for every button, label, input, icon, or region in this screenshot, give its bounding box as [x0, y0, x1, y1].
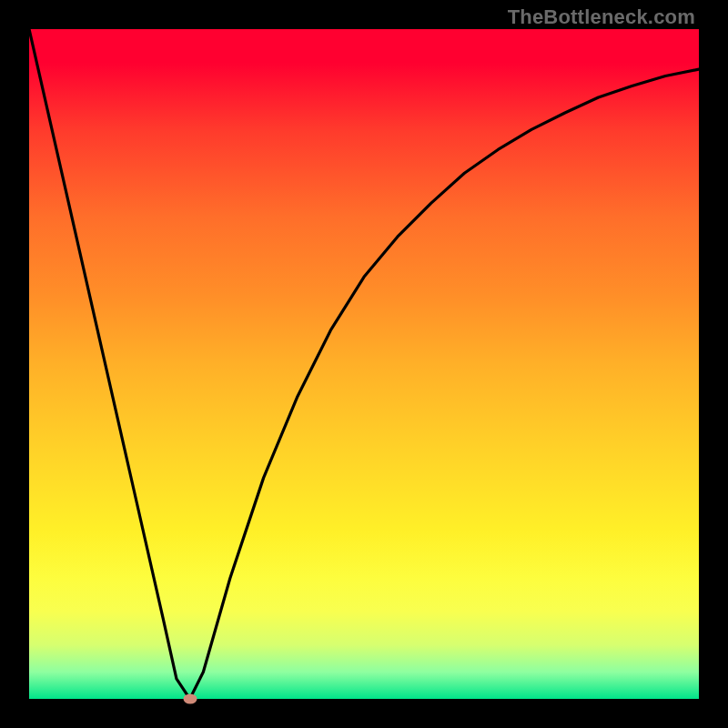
plot-area	[29, 29, 699, 699]
chart-line-svg	[29, 29, 699, 699]
optimal-point-marker	[183, 694, 197, 704]
watermark-text: TheBottleneck.com	[508, 5, 695, 29]
chart-frame: TheBottleneck.com	[0, 0, 728, 728]
bottleneck-curve-path	[29, 29, 699, 699]
